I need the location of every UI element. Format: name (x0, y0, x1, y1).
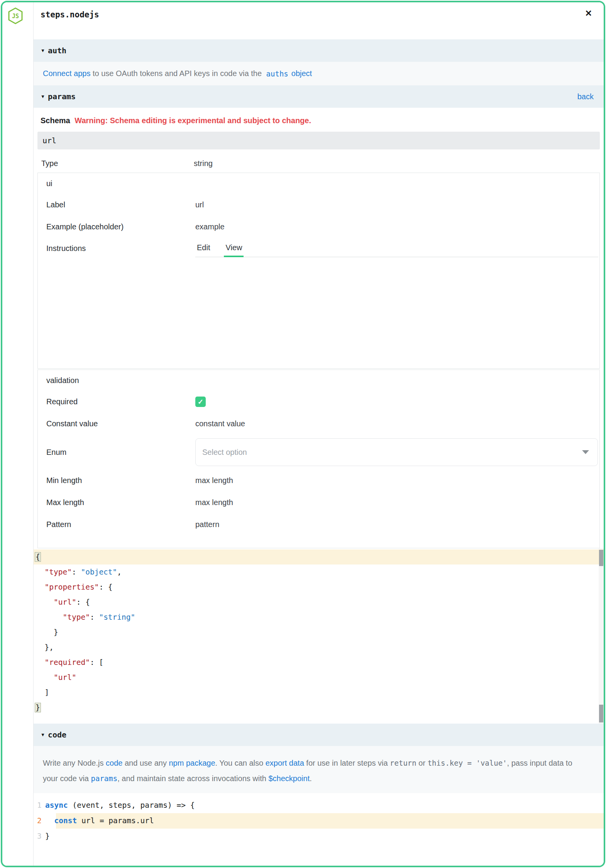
json-token-plain (36, 568, 44, 576)
min-length-row: Min length max length (38, 470, 599, 492)
tab-edit[interactable]: Edit (195, 238, 212, 257)
code-token-plain: url = params.url (77, 816, 154, 825)
max-length-input[interactable]: max length (195, 498, 233, 507)
ui-caption: ui (38, 173, 599, 194)
json-token-plain (36, 613, 63, 622)
code-desc-text: , and maintain state across invocations … (117, 774, 268, 783)
params-section-title: params (48, 92, 76, 101)
required-checkbox[interactable]: ✓ (195, 397, 206, 407)
constant-value-row: Constant value constant value (38, 413, 599, 435)
example-value-input[interactable]: example (195, 222, 225, 231)
auth-section-title: auth (48, 46, 66, 55)
schema-json-line: } (34, 700, 604, 715)
schema-warning-row: Schema Warning: Schema editing is experi… (34, 108, 604, 132)
return-inline-code: return (390, 759, 416, 767)
json-token-plain: : (90, 613, 99, 622)
constant-value-label: Constant value (46, 419, 195, 428)
schema-json-line: ] (34, 685, 604, 700)
json-token-blue: "string" (99, 613, 135, 622)
type-row: Type string (34, 156, 604, 171)
json-token-red: "type" (44, 568, 71, 576)
enum-row: Enum Select option (38, 435, 599, 470)
validation-group-box: validation Required ✓ Constant value con… (37, 370, 600, 548)
json-token-plain: : (72, 568, 81, 576)
scrollbar-thumb-top[interactable] (599, 550, 603, 566)
min-length-input[interactable]: max length (195, 476, 233, 485)
code-section-header[interactable]: ▼ code (34, 724, 604, 746)
json-token-plain (36, 673, 54, 682)
auths-object-link[interactable]: object (291, 69, 312, 78)
pattern-input[interactable]: pattern (195, 520, 219, 529)
back-link[interactable]: back (577, 92, 594, 101)
scrollbar-track[interactable] (599, 548, 604, 724)
schema-json-line: "type": "object", (34, 565, 604, 580)
auth-description: Connect apps to use OAuth tokens and API… (34, 62, 604, 85)
type-value[interactable]: string (194, 159, 213, 168)
required-row: Required ✓ (38, 391, 599, 413)
validation-caption: validation (38, 370, 599, 391)
min-length-label: Min length (46, 476, 195, 485)
schema-json-line: "url" (34, 670, 604, 685)
svg-text:JS: JS (12, 13, 19, 20)
required-label: Required (46, 397, 195, 406)
checkpoint-link[interactable]: $checkpoint (268, 774, 310, 783)
example-row: Example (placeholder) example (38, 216, 599, 238)
json-token-plain: } (36, 628, 58, 637)
code-desc-text: . (310, 774, 312, 783)
connect-apps-link[interactable]: Connect apps (43, 69, 90, 78)
code-section-title: code (48, 730, 66, 739)
scrollbar-thumb-bottom[interactable] (599, 705, 603, 722)
code-line: 1async (event, steps, params) => { (34, 798, 604, 813)
pattern-label: Pattern (46, 520, 195, 529)
nodejs-code-editor[interactable]: 1async (event, steps, params) => {2 cons… (34, 793, 604, 850)
schema-json-editor[interactable]: { "type": "object", "properties": { "url… (34, 548, 604, 724)
pattern-row: Pattern pattern (38, 514, 599, 536)
npm-package-link[interactable]: npm package (169, 759, 215, 767)
code-desc-text: Write any Node.js (43, 759, 106, 767)
schema-json-line: } (34, 625, 604, 640)
code-line: 2 const url = params.url (34, 813, 604, 829)
instructions-row: Instructions Edit View (38, 238, 599, 257)
code-link[interactable]: code (106, 759, 122, 767)
label-label: Label (46, 200, 195, 209)
step-title: steps.nodejs (41, 10, 99, 19)
code-token-plain: (event, steps, params) => { (68, 801, 195, 810)
params-link[interactable]: params (91, 774, 118, 783)
instructions-preview-empty (38, 257, 599, 368)
code-token-plain: } (45, 832, 50, 841)
schema-json-line: "url": { (34, 595, 604, 610)
step-editor-modal: JS steps.nodejs ✕ ▼ auth Connect apps to… (1, 1, 605, 867)
left-rail: JS (2, 2, 33, 866)
close-icon[interactable]: ✕ (585, 9, 592, 18)
collapse-caret-icon: ▼ (41, 732, 45, 737)
code-line: 3} (34, 829, 604, 844)
step-editor-content: steps.nodejs ✕ ▼ auth Connect apps to us… (33, 2, 604, 866)
type-label: Type (41, 159, 194, 168)
code-desc-text: and use any (122, 759, 169, 767)
json-token-plain: }, (36, 643, 54, 652)
tab-view[interactable]: View (224, 238, 244, 257)
auth-section-header[interactable]: ▼ auth (34, 39, 604, 62)
code-desc-text: . You can also (215, 759, 266, 767)
json-token-red: "type" (63, 613, 90, 622)
json-token-red: "url" (54, 673, 76, 682)
param-name-input[interactable]: url (37, 132, 600, 149)
thiskey-inline-code: this.key = 'value' (428, 759, 507, 767)
constant-value-input[interactable]: constant value (195, 419, 245, 428)
code-token-plain (45, 816, 54, 825)
auths-object-link-code[interactable]: auths (266, 70, 288, 78)
code-token-kw: const (54, 816, 77, 825)
line-number: 3 (34, 829, 45, 844)
code-description: Write any Node.js code and use any npm p… (34, 746, 604, 793)
code-desc-text: or (416, 759, 428, 767)
json-token-plain: : [ (90, 658, 103, 667)
enum-select[interactable]: Select option (195, 438, 598, 466)
export-data-link[interactable]: export data (266, 759, 304, 767)
label-value-input[interactable]: url (195, 200, 204, 209)
auth-description-text: to use OAuth tokens and API keys in code… (90, 69, 264, 78)
ui-group-box: ui Label url Example (placeholder) examp… (37, 173, 600, 369)
params-section-header[interactable]: ▼ params back (34, 85, 604, 108)
code-token-kw: async (45, 801, 68, 810)
chevron-down-icon (582, 450, 589, 454)
json-token-plain (36, 598, 54, 607)
